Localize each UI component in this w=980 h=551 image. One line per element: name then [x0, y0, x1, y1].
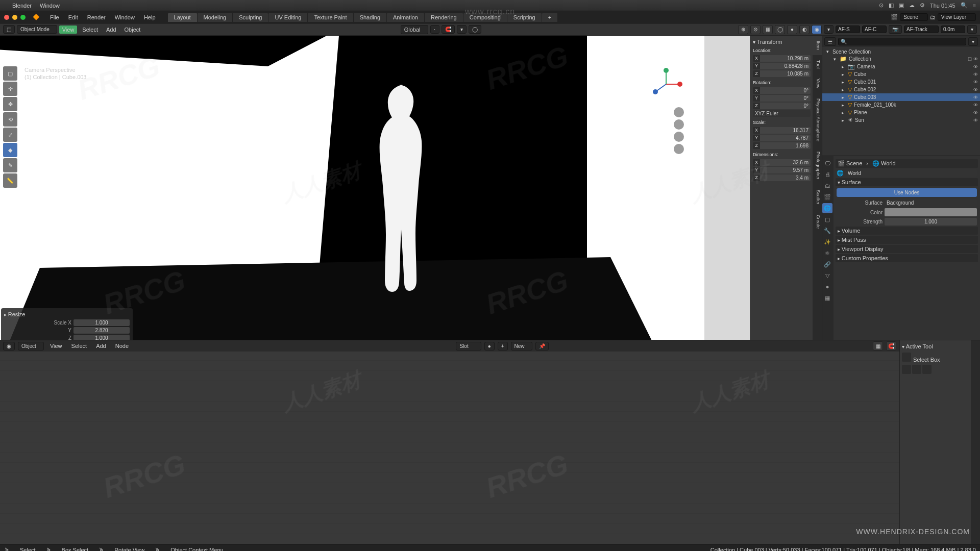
mac-window-menu[interactable]: Window [40, 3, 60, 9]
select-box-tool[interactable]: ▢ [3, 66, 17, 81]
file-menu[interactable]: File [46, 13, 63, 22]
ntab-create[interactable]: Create [813, 210, 822, 234]
status-icon[interactable]: ⚙ [920, 2, 925, 9]
rot-z-field[interactable]: 0° [760, 103, 811, 109]
status-icon[interactable]: ≡ [973, 3, 976, 9]
measure-tool[interactable]: 📏 [3, 173, 17, 188]
color-swatch[interactable] [885, 208, 977, 216]
overlays-toggle[interactable]: ⊙ [750, 25, 761, 34]
rotation-mode-dropdown[interactable]: XYZ Euler [753, 110, 811, 117]
scale-y-field[interactable]: 2.820 [74, 327, 130, 334]
zoom-icon[interactable] [674, 107, 684, 117]
prop-tab-constraints[interactable]: 🔗 [822, 259, 832, 269]
tree-cube[interactable]: ▸▽Cube👁 [822, 70, 980, 78]
maximize-window-button[interactable] [20, 15, 26, 20]
af-track-field[interactable]: AF-Track [904, 26, 939, 33]
render-menu[interactable]: Render [83, 13, 110, 22]
outliner-tree[interactable]: ▾Scene Collection ▾📁Collection☐ 👁 ▸📷Came… [822, 47, 980, 156]
move-tool[interactable]: ✥ [3, 97, 17, 111]
tree-female[interactable]: ▸▽Female_021_100k👁 [822, 101, 980, 109]
node-sidebar-tabs[interactable] [971, 340, 980, 544]
ntab-tool[interactable]: Tool [813, 55, 822, 74]
pan-icon[interactable] [674, 119, 684, 130]
shading-matprev[interactable]: ◐ [799, 25, 810, 34]
prop-tab-physics[interactable]: ⚛ [822, 248, 832, 258]
tab-layout[interactable]: Layout [168, 13, 197, 22]
mac-app[interactable]: Blender [12, 3, 32, 9]
camera-view-icon[interactable] [674, 132, 684, 142]
shading-wireframe[interactable]: ◯ [775, 25, 785, 34]
prop-tab-render[interactable]: 🖵 [822, 158, 832, 168]
outliner-search-input[interactable] [838, 38, 966, 45]
edit-menu[interactable]: Edit [64, 13, 82, 22]
status-icon[interactable]: ◧ [889, 2, 894, 9]
prop-tab-scene[interactable]: 🎬 [822, 192, 832, 202]
select-menu[interactable]: Select [79, 26, 101, 34]
shading-solid[interactable]: ● [787, 25, 797, 34]
minimize-window-button[interactable] [12, 15, 17, 20]
ntab-photographer[interactable]: Photographer [813, 146, 822, 185]
tab-scripting[interactable]: Scripting [507, 13, 542, 22]
viewlayer-selector[interactable]: View Layer [938, 13, 976, 21]
ntab-view[interactable]: View [813, 73, 822, 93]
material-browse[interactable]: ● [484, 342, 495, 350]
custom-props-header[interactable]: ▸ Custom Properties [836, 254, 978, 262]
help-menu[interactable]: Help [140, 13, 160, 22]
prop-tab-particles[interactable]: ✨ [822, 237, 832, 247]
add-menu[interactable]: Add [103, 26, 119, 34]
ntab-phys-atmosphere[interactable]: Physical Atmosphere [813, 93, 822, 146]
tree-cube003[interactable]: ▸▽Cube.003👁 [822, 93, 980, 101]
shader-object-dropdown[interactable]: Object [18, 342, 44, 350]
prop-tab-material[interactable]: ● [822, 282, 832, 292]
surface-panel-header[interactable]: ▾ Surface [836, 178, 978, 186]
navigation-gizmo[interactable] [648, 66, 684, 102]
status-icon[interactable]: 🔍 [961, 2, 968, 9]
tab-shading[interactable]: Shading [354, 13, 386, 22]
prop-tab-viewlayer[interactable]: 🗂 [822, 181, 832, 191]
tree-root[interactable]: ▾Scene Collection [822, 48, 980, 55]
status-icon[interactable]: ▣ [899, 2, 904, 9]
scale-tool[interactable]: ⤢ [3, 128, 17, 142]
dim-y-field[interactable]: 9.57 m [760, 167, 811, 173]
node-add-menu[interactable]: Add [93, 342, 109, 350]
gizmo-toggle[interactable]: ⊕ [738, 25, 748, 34]
material-new-button[interactable]: New [511, 342, 532, 350]
operator-redo-panel[interactable]: ▸ Resize Scale X1.000 Y2.820 Z1.000 Orie… [1, 308, 133, 340]
af-c-button[interactable]: AF-C [862, 26, 887, 33]
node-canvas[interactable] [0, 352, 899, 544]
status-icon[interactable]: ☁ [909, 2, 915, 9]
node-view-menu[interactable]: View [47, 342, 65, 350]
view-menu[interactable]: View [59, 26, 78, 34]
node-node-menu[interactable]: Node [112, 342, 132, 350]
close-window-button[interactable] [4, 15, 9, 20]
transform-header[interactable]: ▾ Transform [753, 38, 811, 46]
loc-x-field[interactable]: 10.298 m [760, 55, 811, 62]
filter-toggle[interactable]: ▾ [968, 37, 978, 46]
proportional-toggle[interactable]: ◯ [469, 25, 481, 34]
3d-viewport[interactable]: ▢ ✛ ✥ ⟲ ⤢ ◆ ✎ 📏 Camera Perspective (1) C… [0, 36, 750, 340]
window-menu[interactable]: Window [111, 13, 139, 22]
loc-y-field[interactable]: 0.88428 m [760, 63, 811, 69]
tab-add[interactable]: + [542, 13, 557, 22]
snap-toggle[interactable]: 🧲 [442, 25, 455, 34]
rot-x-field[interactable]: 0° [760, 87, 811, 94]
material-slot-dropdown[interactable]: Slot [456, 342, 481, 350]
world-datablock[interactable]: World [846, 169, 977, 177]
select-mode-2[interactable] [912, 365, 921, 374]
node-select-menu[interactable]: Select [68, 342, 90, 350]
transform-tool[interactable]: ◆ [3, 143, 17, 157]
tab-texture-paint[interactable]: Texture Paint [308, 13, 353, 22]
af-s-button[interactable]: AF-S [836, 26, 860, 33]
dim-z-field[interactable]: 3.4 m [760, 174, 811, 181]
cam-icon[interactable]: 📷 [889, 25, 902, 34]
editor-type-dropdown[interactable]: ⬚ [3, 25, 15, 34]
focus-distance-field[interactable]: 0.0m [941, 26, 965, 33]
strength-field[interactable]: 1.000 [885, 218, 977, 226]
dim-x-field[interactable]: 32.6 m [760, 159, 811, 166]
scale-z-field[interactable]: 1.000 [74, 335, 130, 340]
shading-rendered[interactable]: ◉ [812, 25, 822, 34]
tab-compositing[interactable]: Compositing [463, 13, 507, 22]
prop-tab-texture[interactable]: ▦ [822, 293, 832, 303]
surface-value[interactable]: Background [885, 199, 977, 207]
select-mode-1[interactable] [902, 365, 911, 374]
